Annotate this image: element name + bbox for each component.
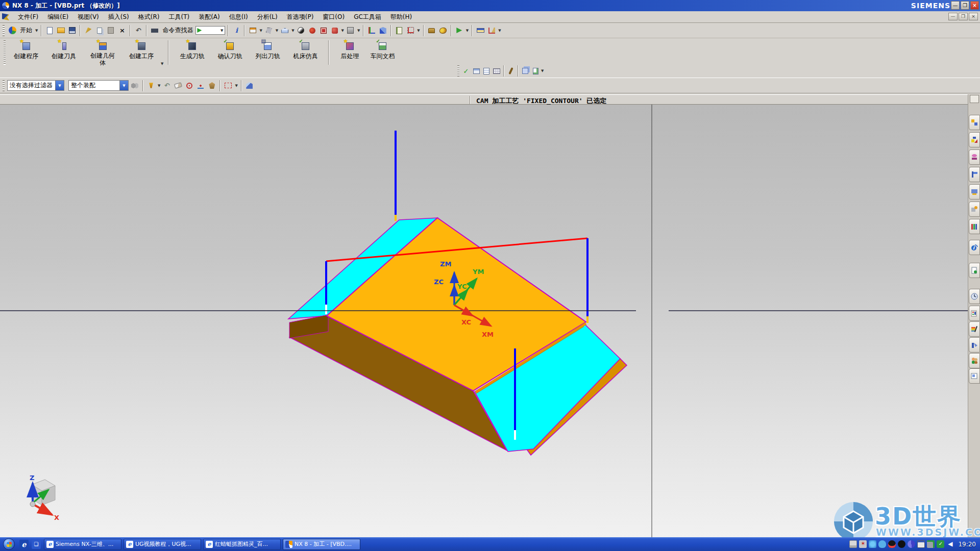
history-document-icon[interactable] (969, 263, 980, 278)
security-tray-icon[interactable]: ✶ (859, 540, 867, 548)
history-clock-icon[interactable] (969, 289, 980, 304)
generate-toolpath-button[interactable]: ★ 生成刀轨 (173, 38, 211, 67)
library-books-icon[interactable] (969, 219, 980, 234)
shaded-cube-icon[interactable] (244, 81, 255, 91)
verify-toolpath-button[interactable]: ✓ 确认刀轨 (211, 38, 249, 67)
mdi-restore-button[interactable]: ❐ (959, 13, 968, 20)
color-palette-icon[interactable] (969, 321, 980, 337)
close-button[interactable]: × (970, 1, 979, 10)
move-point-icon[interactable] (195, 81, 206, 91)
command-finder-icon[interactable] (150, 26, 160, 36)
update-shield-icon[interactable]: ✓ (937, 540, 944, 548)
taskbar-window-4-active[interactable]: n NX 8 - 加工 - [VBD.... (283, 539, 360, 550)
create-program-button[interactable]: ★ 创建程序 (7, 38, 45, 67)
save-icon[interactable] (67, 26, 77, 36)
rotate-point-icon[interactable] (184, 81, 194, 91)
menu-preferences[interactable]: 首选项(P) (282, 11, 318, 23)
taskbar-window-1[interactable]: eSiemens NX-三维、... (44, 539, 121, 550)
studio-view-caret-icon[interactable]: ▼ (341, 29, 344, 33)
menu-gc-toolbox[interactable]: GC工具箱 (349, 11, 386, 23)
assembly-navigator-icon[interactable] (969, 115, 980, 130)
info-icon[interactable]: i (231, 26, 241, 36)
layers-icon[interactable] (520, 66, 530, 76)
view-orient-icon[interactable] (264, 26, 274, 36)
menu-tools[interactable]: 工具(T) (164, 11, 194, 23)
animation-caret-icon[interactable]: ▼ (466, 29, 469, 33)
list-toolpath-button[interactable]: ▤ 列出刀轨 (249, 38, 286, 67)
background-icon[interactable] (346, 26, 356, 36)
create-group-caret-icon[interactable]: ▼ (161, 62, 163, 66)
stamp-icon[interactable] (427, 26, 437, 36)
qq-penguin-icon[interactable] (888, 540, 896, 548)
minimize-button[interactable]: — (951, 1, 960, 10)
machine-navigator-icon[interactable] (969, 184, 980, 199)
web-browser-icon[interactable]: i (969, 240, 980, 255)
show-grid-icon[interactable] (492, 66, 502, 76)
capture-tool-icon[interactable]: ❏ (32, 540, 41, 549)
tool-axis-post-2[interactable] (325, 261, 327, 305)
mdi-minimize-button[interactable]: — (948, 13, 958, 20)
menu-information[interactable]: 信息(I) (225, 11, 253, 23)
qq-penguin-blue-icon[interactable] (878, 540, 886, 548)
undo-icon[interactable]: ↶ (133, 26, 143, 36)
rect-select-caret-icon[interactable]: ▼ (235, 84, 237, 88)
network-tray-icon[interactable] (917, 540, 925, 548)
delete-icon[interactable]: × (117, 26, 127, 36)
toolbar-grip[interactable] (3, 80, 5, 91)
animation-play-icon[interactable] (454, 26, 464, 36)
view-orient-caret-icon[interactable]: ▼ (276, 29, 278, 33)
shop-doc-button[interactable]: ✓ 车间文档 (366, 38, 399, 67)
menu-file[interactable]: 文件(F) (13, 11, 43, 23)
csys-caret-icon[interactable]: ▼ (417, 29, 420, 33)
start-label[interactable]: 开始 (20, 26, 32, 35)
measure-distance-icon[interactable] (475, 26, 485, 36)
usb-tray-icon[interactable] (927, 540, 935, 548)
measure-angle-icon[interactable] (486, 26, 497, 36)
minibar-caret-icon[interactable]: ▼ (541, 69, 544, 73)
toolbar-grip[interactable] (4, 40, 6, 65)
command-finder-input[interactable]: ▼ (195, 26, 225, 35)
reuse-library-icon[interactable] (969, 202, 980, 217)
csys-icon[interactable] (405, 26, 415, 36)
menu-assemblies[interactable]: 装配(A) (194, 11, 225, 23)
title-bar[interactable]: NX 8 - 加工 - [VBD.prt （修改的）] SIEMENS — ❐ … (0, 0, 980, 11)
notebook-palette-icon[interactable] (969, 306, 980, 321)
graphics-viewport[interactable]: ZM ZC YM YC XC XM Z X (0, 105, 968, 537)
create-geometry-button[interactable]: ★ 创建几何体 (83, 38, 122, 67)
menu-format[interactable]: 格式(R) (134, 11, 164, 23)
3d-scene[interactable]: ZM ZC YM YC XC XM Z X (0, 105, 968, 537)
resource-tab-icon[interactable] (970, 95, 979, 103)
tray-clock[interactable]: 19:20 (958, 541, 976, 548)
wcs-orient-icon[interactable] (378, 26, 388, 36)
menu-view[interactable]: 视图(V) (73, 11, 104, 23)
window-style-caret-icon[interactable]: ▼ (259, 29, 262, 33)
mdi-close-button[interactable]: × (969, 13, 978, 20)
snap-point-icon[interactable] (146, 81, 156, 91)
copy-icon[interactable] (94, 26, 105, 36)
menu-window[interactable]: 窗口(O) (318, 11, 349, 23)
sketch-tool-icon[interactable] (83, 26, 93, 36)
open-folder-icon[interactable] (56, 26, 66, 36)
preview-doc-icon[interactable] (530, 66, 541, 76)
background-caret-icon[interactable]: ▼ (357, 29, 360, 33)
eraser-icon[interactable] (173, 81, 183, 91)
shaded-view-icon[interactable] (296, 26, 306, 36)
window-panel-icon[interactable] (969, 368, 980, 384)
tool-axis-post-1[interactable] (395, 131, 397, 215)
volume-icon[interactable]: ◀ (946, 540, 954, 548)
weather-tray-icon[interactable] (869, 540, 876, 548)
part-navigator-icon[interactable] (969, 149, 980, 165)
gears-icon[interactable] (130, 81, 140, 91)
create-operation-button[interactable]: ★ 创建工序 (122, 38, 160, 67)
paste-icon[interactable] (106, 26, 116, 36)
ie-quicklaunch-icon[interactable]: e (19, 540, 29, 549)
taskbar-window-3[interactable]: e红蜻蜓抓图精灵_百... (203, 539, 281, 550)
face-analysis-icon[interactable] (307, 26, 317, 36)
display-mode-icon[interactable] (280, 26, 290, 36)
cat-tray-icon[interactable] (898, 540, 905, 548)
studio-view-icon[interactable] (330, 26, 340, 36)
swirl-tray-icon[interactable] (908, 540, 915, 548)
keyboard-tray-icon[interactable] (849, 540, 857, 548)
tool-axis-post-3[interactable] (586, 238, 589, 316)
snap-caret-icon[interactable]: ▼ (158, 84, 160, 88)
